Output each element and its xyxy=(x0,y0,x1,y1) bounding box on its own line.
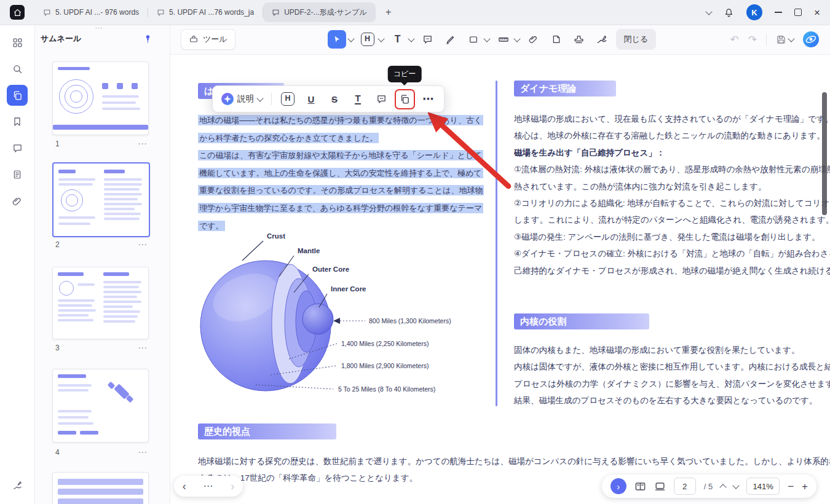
page-thumbnail-1[interactable] xyxy=(52,61,149,135)
two-page-view-icon[interactable] xyxy=(634,481,646,492)
close-tools-button[interactable]: 閉じる xyxy=(616,29,657,50)
page-thumbnail-4[interactable] xyxy=(52,369,149,443)
tools-menu-button[interactable]: ツール xyxy=(181,29,235,50)
stamp-tool-button[interactable] xyxy=(571,30,588,49)
expand-controls-button[interactable]: › xyxy=(611,478,626,494)
panel-drag-handle[interactable]: ⋯ xyxy=(95,25,103,33)
thumbnails-panel-button[interactable] xyxy=(7,85,28,106)
strikethrough-button[interactable]: S xyxy=(323,89,346,109)
chevron-down-icon[interactable] xyxy=(483,35,490,42)
zoom-in-button[interactable]: + xyxy=(802,481,808,492)
thumbnails-title: サムネール xyxy=(41,33,81,44)
ai-explain-button[interactable]: 説明 xyxy=(218,93,266,105)
thumbnail-more-button[interactable]: ⋯ xyxy=(138,447,148,458)
measure-tool-group xyxy=(495,30,520,49)
next-page-button[interactable]: › xyxy=(231,481,234,492)
comments-button[interactable] xyxy=(7,138,28,159)
chevron-down-icon[interactable] xyxy=(347,35,354,42)
tools-label: ツール xyxy=(203,34,227,45)
updf-app-window: 5. UPDF AI ...- 976 words 5. UPDF AI ...… xyxy=(0,0,830,504)
thumbnail-more-button[interactable]: ⋯ xyxy=(138,138,148,149)
chevron-down-icon[interactable] xyxy=(377,35,384,42)
chevron-down-icon[interactable] xyxy=(788,35,794,42)
document-info-button[interactable] xyxy=(7,164,28,185)
body-line: 核心は、地球の外核に存在する溶融した鉄とニッケルの流動的な動きにあります。 xyxy=(514,127,830,144)
ai-explain-label: 説明 xyxy=(237,93,254,104)
page-thumbnail-3[interactable] xyxy=(52,267,149,339)
thumbnail-more-button[interactable]: ⋯ xyxy=(138,239,148,250)
selected-intro-paragraph: 地球の磁場——それは私たちの惑星が持つ最も重要な特徴の一つであり、古く から科学… xyxy=(198,112,484,235)
window-maximize-button[interactable] xyxy=(794,9,802,16)
new-tab-button[interactable]: + xyxy=(381,4,397,20)
signature-tool-button[interactable] xyxy=(593,30,611,49)
ai-assistant-icon[interactable] xyxy=(803,31,819,47)
shape-tool-button[interactable] xyxy=(465,30,482,49)
text-tool-group: T xyxy=(389,30,414,49)
copy-button[interactable]: コピー xyxy=(393,89,416,109)
pen-nib-icon xyxy=(12,480,23,490)
pen-tool-button[interactable] xyxy=(442,30,459,49)
bookmarks-button[interactable] xyxy=(7,111,28,132)
tab-doc-3-active[interactable]: UPDF-2-...形成-サンプル xyxy=(263,2,375,22)
underline-button[interactable]: U xyxy=(300,89,322,109)
thumbnail-more-button[interactable]: ⋯ xyxy=(138,342,148,353)
text-tool-button[interactable]: T xyxy=(389,30,406,49)
add-comment-button[interactable] xyxy=(370,89,392,109)
tabs-dropdown-icon[interactable] xyxy=(705,8,712,15)
window-close-button[interactable]: × xyxy=(814,7,820,18)
more-options-button[interactable]: ⋯ xyxy=(417,89,439,109)
history-section-heading: 歴史的視点 xyxy=(198,423,336,439)
selected-text-line: 地球の磁場——それは私たちの惑星が持つ最も重要な特徴の一つであり、古く xyxy=(198,115,483,125)
highlight-tool-button[interactable]: H xyxy=(359,30,376,49)
prev-page-button[interactable]: ‹ xyxy=(183,481,186,492)
chevron-down-icon[interactable] xyxy=(408,35,414,42)
attachments-button[interactable] xyxy=(7,191,28,211)
tab-doc-2[interactable]: 5. UPDF AI ...76 words_ja xyxy=(148,0,263,25)
zoom-level-display[interactable]: 141% xyxy=(746,478,780,495)
sticker-icon xyxy=(551,34,561,44)
highlight-letter: H xyxy=(361,33,374,46)
attach-file-button[interactable] xyxy=(525,30,542,49)
dynamo-heading-text: ダイナモ理論 xyxy=(520,83,576,93)
toolbox-icon xyxy=(189,34,199,44)
next-page-chevron[interactable] xyxy=(732,482,739,489)
window-minimize-button[interactable] xyxy=(775,12,782,13)
home-button[interactable] xyxy=(10,5,25,20)
square-shape-icon xyxy=(468,34,478,44)
apps-grid-button[interactable] xyxy=(7,32,28,53)
highlight-button[interactable]: H xyxy=(277,89,299,109)
zoom-value: 141% xyxy=(753,482,773,491)
sticker-tool-button[interactable] xyxy=(548,30,565,49)
vertical-scrollbar-thumb[interactable] xyxy=(822,92,827,215)
redo-button[interactable]: ↷ xyxy=(748,34,757,45)
pin-icon[interactable] xyxy=(143,34,152,44)
selected-text-line: 理学から宇宙生物学に至るまで、あらゆる科学分野の根幹をなす重要なテーマ xyxy=(198,203,483,213)
page-number-input[interactable] xyxy=(674,478,696,495)
body-line: プロセスは外核の力学（ダイナミクス）に影響を与え、対流パターンを変化させます。そ… xyxy=(514,376,830,392)
previous-page-chevron[interactable] xyxy=(719,484,726,490)
signature-tools-button[interactable] xyxy=(7,474,28,495)
page-thumbnail-2-selected[interactable] xyxy=(52,162,150,237)
left-icon-rail xyxy=(0,25,35,504)
body-line: ③磁場の発生: アンペールの法則に基づき、発生した電流は磁場を創り出します。 xyxy=(514,229,830,245)
tab-doc-1[interactable]: 5. UPDF AI ...- 976 words xyxy=(34,0,148,25)
measure-tool-button[interactable] xyxy=(495,30,512,49)
search-button[interactable] xyxy=(7,58,28,79)
notification-bell-icon[interactable] xyxy=(724,7,734,18)
document-page: は 地球の磁場——それは私たちの惑星が持つ最も重要な特徴の一つであり、古く から… xyxy=(170,54,830,504)
chevron-down-icon[interactable] xyxy=(513,35,520,42)
text-style-button[interactable]: T xyxy=(347,89,369,109)
select-tool-button[interactable] xyxy=(328,30,346,49)
reading-mode-icon[interactable] xyxy=(654,481,666,492)
nav-more-button[interactable]: ⋯ xyxy=(203,481,213,491)
page-thumbnail-5[interactable] xyxy=(52,472,149,504)
copy-icon xyxy=(400,94,410,104)
comment-tool-button[interactable] xyxy=(419,30,437,49)
zoom-out-button[interactable]: − xyxy=(788,481,794,492)
svg-text:Outer Core: Outer Core xyxy=(312,266,349,273)
save-icon[interactable] xyxy=(776,34,786,45)
user-avatar[interactable]: K xyxy=(746,4,762,20)
text-style-letter: T xyxy=(355,93,360,104)
undo-button[interactable]: ↶ xyxy=(730,34,739,45)
svg-text:800 Miles (1,300 Kilometers): 800 Miles (1,300 Kilometers) xyxy=(369,317,451,325)
